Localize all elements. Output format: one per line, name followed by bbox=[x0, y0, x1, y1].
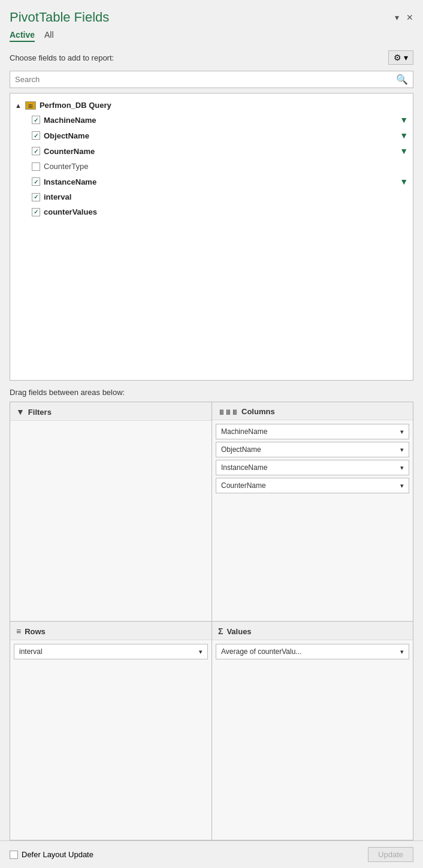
column-pill[interactable]: ObjectName▾ bbox=[216, 442, 409, 457]
search-icon: 🔍 bbox=[396, 74, 408, 85]
gear-button[interactable]: ⚙ ▾ bbox=[388, 50, 413, 65]
field-name-label: CounterName bbox=[44, 147, 95, 156]
table-icon: ⊞ bbox=[25, 101, 36, 110]
rows-header: ≡ Rows bbox=[10, 622, 212, 640]
field-name-label: MachineName bbox=[44, 116, 96, 125]
field-left: ObjectName bbox=[32, 131, 89, 140]
rows-label: Rows bbox=[25, 627, 46, 636]
field-name-label: counterValues bbox=[44, 207, 97, 216]
values-area: Σ Values Average of counterValu...▾ bbox=[212, 621, 413, 840]
field-group-header: ▲ ⊞ Perfmon_DB Query bbox=[10, 98, 413, 112]
field-filter-icon[interactable]: ▼ bbox=[400, 177, 408, 186]
field-filter-icon[interactable]: ▼ bbox=[400, 146, 408, 156]
field-left: interval bbox=[32, 192, 71, 201]
choose-label-text: Choose fields to add to report: bbox=[10, 53, 114, 62]
value-pill[interactable]: Average of counterValu...▾ bbox=[216, 644, 409, 659]
rows-area-icon: ≡ bbox=[16, 626, 21, 636]
filters-area: ▼ Filters bbox=[10, 402, 212, 621]
defer-label: Defer Layout Update bbox=[22, 850, 93, 859]
column-pill-dropdown[interactable]: ▾ bbox=[400, 482, 404, 490]
column-pill-label: InstanceName bbox=[221, 463, 267, 472]
filters-body[interactable] bbox=[10, 421, 212, 621]
collapse-icon[interactable]: ▲ bbox=[15, 102, 22, 109]
footer: Defer Layout Update Update bbox=[0, 840, 423, 868]
columns-label: Columns bbox=[241, 407, 275, 416]
tab-all[interactable]: All bbox=[44, 30, 54, 42]
panel-header: PivotTable Fields ▾ ✕ bbox=[0, 0, 423, 30]
columns-area: ⫼⫼⫼ Columns MachineName▾ObjectName▾Insta… bbox=[212, 402, 413, 621]
field-left: counterValues bbox=[32, 207, 97, 216]
column-pill-dropdown[interactable]: ▾ bbox=[400, 446, 404, 454]
field-left: InstanceName bbox=[32, 177, 96, 186]
value-pill-dropdown[interactable]: ▾ bbox=[400, 648, 404, 656]
panel-title: PivotTable Fields bbox=[10, 10, 109, 25]
field-name-label: interval bbox=[44, 192, 71, 201]
filters-header: ▼ Filters bbox=[10, 402, 212, 421]
field-checkbox[interactable] bbox=[32, 116, 40, 124]
field-item: counterValues bbox=[10, 204, 413, 219]
field-name-label: ObjectName bbox=[44, 131, 89, 140]
gear-icon: ⚙ bbox=[394, 53, 401, 62]
values-body[interactable]: Average of counterValu...▾ bbox=[212, 640, 413, 840]
fields-list: MachineName▼ObjectName▼CounterName▼Count… bbox=[10, 112, 413, 219]
defer-checkbox[interactable] bbox=[10, 851, 18, 859]
values-header: Σ Values bbox=[212, 622, 413, 640]
column-pill-dropdown[interactable]: ▾ bbox=[400, 428, 404, 436]
pivottable-fields-panel: PivotTable Fields ▾ ✕ Active All Choose … bbox=[0, 0, 423, 868]
field-checkbox[interactable] bbox=[32, 177, 40, 186]
values-area-icon: Σ bbox=[218, 626, 223, 636]
column-pill-label: ObjectName bbox=[221, 445, 261, 454]
areas-grid: ▼ Filters ⫼⫼⫼ Columns MachineName▾Object… bbox=[10, 402, 413, 840]
columns-area-icon: ⫼⫼⫼ bbox=[218, 408, 238, 416]
row-pill-label: interval bbox=[19, 647, 43, 656]
tabs: Active All bbox=[0, 30, 423, 47]
field-checkbox[interactable] bbox=[32, 208, 40, 216]
fields-area: ▲ ⊞ Perfmon_DB Query MachineName▼ObjectN… bbox=[10, 93, 413, 381]
field-filter-icon[interactable]: ▼ bbox=[400, 131, 408, 140]
search-bar: 🔍 bbox=[10, 71, 413, 88]
field-left: MachineName bbox=[32, 116, 96, 125]
filter-area-icon: ▼ bbox=[16, 407, 25, 417]
field-item: CounterType bbox=[10, 159, 413, 174]
column-pill[interactable]: InstanceName▾ bbox=[216, 460, 409, 475]
gear-dropdown-arrow: ▾ bbox=[404, 53, 408, 62]
columns-body[interactable]: MachineName▾ObjectName▾InstanceName▾Coun… bbox=[212, 420, 413, 621]
close-icon[interactable]: ✕ bbox=[406, 13, 413, 22]
value-pill-label: Average of counterValu... bbox=[221, 647, 301, 656]
drag-label: Drag fields between areas below: bbox=[0, 381, 423, 402]
field-name-label: InstanceName bbox=[44, 177, 96, 186]
column-pill[interactable]: MachineName▾ bbox=[216, 424, 409, 439]
field-left: CounterName bbox=[32, 147, 95, 156]
tab-active[interactable]: Active bbox=[10, 30, 35, 42]
columns-header: ⫼⫼⫼ Columns bbox=[212, 402, 413, 420]
values-label: Values bbox=[226, 627, 251, 636]
header-icons: ▾ ✕ bbox=[395, 13, 413, 22]
dropdown-icon[interactable]: ▾ bbox=[395, 13, 399, 22]
field-checkbox[interactable] bbox=[32, 193, 40, 201]
row-pill-dropdown[interactable]: ▾ bbox=[199, 648, 203, 656]
field-name-label: CounterType bbox=[44, 162, 88, 171]
update-button[interactable]: Update bbox=[368, 847, 413, 862]
field-item: interval bbox=[10, 189, 413, 204]
column-pill-label: CounterName bbox=[221, 481, 266, 490]
choose-label-row: Choose fields to add to report: ⚙ ▾ bbox=[0, 47, 423, 68]
group-name: Perfmon_DB Query bbox=[40, 101, 111, 110]
field-filter-icon[interactable]: ▼ bbox=[400, 115, 408, 125]
column-pill-dropdown[interactable]: ▾ bbox=[400, 464, 404, 472]
filters-label: Filters bbox=[28, 408, 52, 417]
row-pill[interactable]: interval▾ bbox=[14, 644, 208, 659]
column-pill-label: MachineName bbox=[221, 427, 267, 436]
column-pill[interactable]: CounterName▾ bbox=[216, 478, 409, 493]
field-item: CounterName▼ bbox=[10, 143, 413, 159]
rows-body[interactable]: interval▾ bbox=[10, 640, 212, 840]
defer-left: Defer Layout Update bbox=[10, 850, 93, 859]
field-checkbox[interactable] bbox=[32, 131, 40, 140]
field-checkbox[interactable] bbox=[32, 147, 40, 155]
rows-area: ≡ Rows interval▾ bbox=[10, 621, 212, 840]
field-checkbox[interactable] bbox=[32, 162, 40, 171]
field-item: MachineName▼ bbox=[10, 112, 413, 128]
field-item: ObjectName▼ bbox=[10, 128, 413, 143]
search-input[interactable] bbox=[15, 75, 396, 84]
field-item: InstanceName▼ bbox=[10, 174, 413, 189]
field-left: CounterType bbox=[32, 162, 88, 171]
